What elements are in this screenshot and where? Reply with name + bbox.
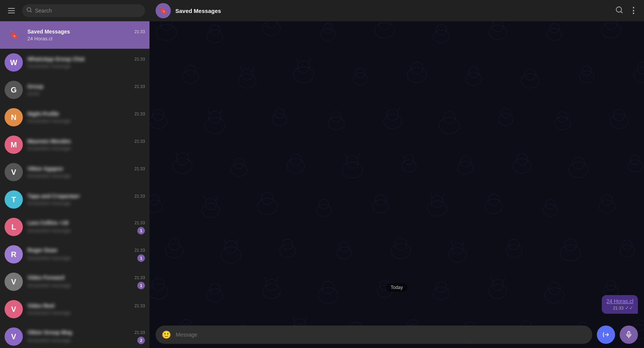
message-meta: 21:33 ✓✓ <box>606 305 633 311</box>
more-options-icon[interactable]: ⋮ <box>629 6 638 16</box>
search-icon <box>27 7 32 14</box>
chat-info: Lara Collins +18 21:33 forwarded message… <box>27 220 145 235</box>
avatar: R <box>5 245 23 263</box>
chat-name: Viktor Agapov <box>27 166 63 172</box>
chat-list: 🔖 Saved Messages 21:33 24 Horas.cl W Wha… <box>0 21 149 348</box>
chat-list-item[interactable]: V Viktor Group Msg 21:33 forwarded messa… <box>0 323 149 348</box>
chat-top: Maureen Morales 21:33 <box>27 138 145 144</box>
message-read-icon: ✓✓ <box>625 305 633 311</box>
chat-time: 21:33 <box>134 194 145 198</box>
message-link[interactable]: 24 Horas.cl <box>606 298 633 304</box>
chat-time: 21:33 <box>134 166 145 171</box>
chat-time: 21:33 <box>134 248 145 252</box>
chat-preview: photo <box>27 91 40 96</box>
chat-time: 21:33 <box>134 29 145 34</box>
date-label: Today <box>386 283 407 292</box>
avatar: 🔖 <box>5 26 23 44</box>
chat-list-item[interactable]: R Roger Dean 21:33 forwarded message 1 <box>0 241 149 268</box>
sidebar: Search 🔖 Saved Messages 21:33 24 Horas.c… <box>0 0 149 348</box>
chat-preview: forwarded message <box>27 283 71 288</box>
message-time: 21:33 <box>613 306 623 310</box>
chat-header: 🔖 Saved Messages ⋮ <box>149 0 644 21</box>
chat-info: Viktor Agapov 21:33 forwarded message <box>27 166 145 179</box>
chat-time: 21:33 <box>134 139 145 144</box>
chat-top: Тара and Стерилка+ 21:33 <box>27 193 145 199</box>
search-input-label: Search <box>35 8 52 14</box>
chat-list-item[interactable]: N Night Profile 21:33 forwarded message <box>0 104 149 131</box>
chat-info: WhatsApp Group Chat 21:33 forwarded mess… <box>27 56 145 69</box>
message-text: 24 Horas.cl <box>606 298 633 304</box>
chat-name: Roger Dean <box>27 247 57 253</box>
chat-list-item[interactable]: V Video Reel 21:33 forwarded message <box>0 295 149 323</box>
chat-list-item[interactable]: V Viktor Agapov 21:33 forwarded message <box>0 158 149 186</box>
chat-top: Roger Dean 21:33 <box>27 247 145 253</box>
search-chat-icon[interactable] <box>615 6 623 16</box>
svg-rect-2 <box>8 13 15 13</box>
svg-line-6 <box>621 11 623 13</box>
menu-icon[interactable] <box>5 4 18 18</box>
chat-name: Lara Collins +18 <box>27 220 68 226</box>
input-area: 🙂 📎 <box>149 321 644 348</box>
avatar: N <box>5 108 23 126</box>
svg-rect-0 <box>8 8 15 9</box>
svg-line-4 <box>30 11 32 12</box>
avatar: V <box>5 327 23 346</box>
chat-header-info: Saved Messages <box>175 8 611 14</box>
chat-info: Viktor Group Msg 21:33 forwarded message… <box>27 329 145 344</box>
svg-rect-1 <box>8 10 15 11</box>
date-badge: Today <box>156 284 638 291</box>
unread-badge: 1 <box>137 227 145 235</box>
chat-header-avatar: 🔖 <box>156 3 171 18</box>
message-input[interactable] <box>176 332 586 338</box>
search-bar[interactable]: Search <box>22 4 145 17</box>
mic-button[interactable] <box>620 326 638 344</box>
chat-time: 21:33 <box>134 275 145 280</box>
unread-badge: 1 <box>137 254 145 262</box>
avatar: M <box>5 136 23 154</box>
chat-list-item[interactable]: G Group 21:33 photo <box>0 76 149 104</box>
send-button[interactable] <box>597 326 615 344</box>
chat-list-item[interactable]: 🔖 Saved Messages 21:33 24 Horas.cl <box>0 21 149 49</box>
chat-top: Saved Messages 21:33 <box>27 29 145 35</box>
chat-list-item[interactable]: T Тара and Стерилка+ 21:33 forwarded mes… <box>0 186 149 213</box>
chat-preview: 24 Horas.cl <box>27 36 52 42</box>
message-input-container: 🙂 <box>156 326 592 344</box>
chat-info: Maureen Morales 21:33 forwarded message <box>27 138 145 151</box>
avatar: V <box>5 300 23 318</box>
chat-list-item[interactable]: L Lara Collins +18 21:33 forwarded messa… <box>0 213 149 241</box>
unread-badge: 2 <box>137 337 145 344</box>
unread-badge: 1 <box>137 282 145 289</box>
chat-list-item[interactable]: W WhatsApp Group Chat 21:33 forwarded me… <box>0 49 149 76</box>
chat-info: Saved Messages 21:33 24 Horas.cl <box>27 29 145 42</box>
chat-top: Viktor Group Msg 21:33 <box>27 329 145 335</box>
chat-preview: forwarded message <box>27 145 71 151</box>
chat-info: Video Forward 21:33 forwarded message 1 <box>27 275 145 289</box>
emoji-button[interactable]: 🙂 <box>162 330 171 339</box>
chat-time: 21:33 <box>134 220 145 225</box>
chat-preview: forwarded message <box>27 173 71 179</box>
avatar: W <box>5 53 23 72</box>
chat-header-icons: ⋮ <box>615 6 638 16</box>
avatar: V <box>5 163 23 181</box>
chat-list-item[interactable]: V Video Forward 21:33 forwarded message … <box>0 268 149 295</box>
chat-top: Video Forward 21:33 <box>27 275 145 281</box>
chat-name: Video Forward <box>27 275 64 281</box>
chat-list-item[interactable]: M Maureen Morales 21:33 forwarded messag… <box>0 131 149 158</box>
chat-name: Viktor Group Msg <box>27 329 72 335</box>
chat-top: Night Profile 21:33 <box>27 111 145 117</box>
chat-name: WhatsApp Group Chat <box>27 56 84 62</box>
chat-name: Saved Messages <box>27 29 70 35</box>
main-chat: 🔖 Saved Messages ⋮ <box>149 0 644 348</box>
chat-name: Video Reel <box>27 303 54 309</box>
chat-info: Group 21:33 photo <box>27 83 145 96</box>
chat-time: 21:33 <box>134 330 145 335</box>
chat-preview: forwarded message <box>27 228 71 233</box>
chat-top: Lara Collins +18 21:33 <box>27 220 145 226</box>
chat-name: Тара and Стерилка+ <box>27 193 80 199</box>
chat-time: 21:33 <box>134 57 145 61</box>
chat-time: 21:33 <box>134 112 145 116</box>
chat-preview: forwarded message <box>27 255 71 261</box>
chat-info: Тара and Стерилка+ 21:33 forwarded messa… <box>27 193 145 206</box>
avatar: V <box>5 273 23 291</box>
chat-top: Video Reel 21:33 <box>27 303 145 309</box>
